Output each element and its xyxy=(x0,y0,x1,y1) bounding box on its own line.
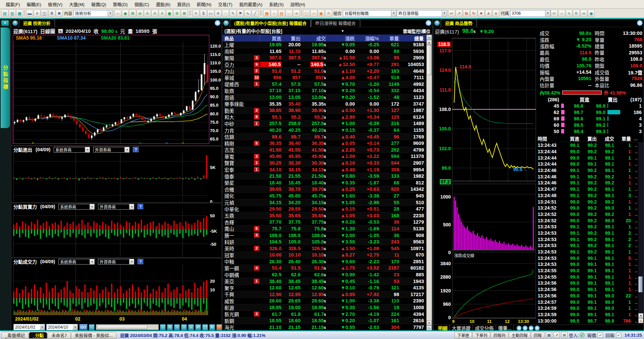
doc-panel-icon[interactable]: ▤ xyxy=(278,10,285,17)
close-content-icon[interactable]: ✖ xyxy=(56,10,63,17)
prev-tab-icon[interactable]: ◀ xyxy=(517,326,522,331)
grid-layout-icon[interactable]: ▦ xyxy=(263,10,270,17)
table-row[interactable]: 勤美2 38.85 38.90 38.90s ▲0.50 +1.30 127 1… xyxy=(222,107,427,114)
zoom-in-icon[interactable]: + xyxy=(188,324,194,330)
collapse-sidebar-button[interactable]: ▼ xyxy=(1,20,9,26)
help-button[interactable]: ? xyxy=(138,204,143,209)
permission-lock-icon[interactable]: ⊠ xyxy=(181,10,188,17)
scroll-left-icon[interactable]: ‹ xyxy=(89,324,95,330)
table-row[interactable]: 新鋼 18.55 18.60 18.55s ▼0.20 -1.07 161 26… xyxy=(222,318,427,324)
table-row[interactable]: 和大8 55.1 55.2 55.2s ▲2.80 +5.34 120 6124 xyxy=(222,114,427,121)
toolbar-overflow-2[interactable]: »▾ xyxy=(259,10,263,17)
scroll-down-icon[interactable]: ▼ xyxy=(427,321,432,326)
price-tool-icon[interactable]: $ xyxy=(200,10,207,17)
table-row[interactable]: 冠軍 10.00 10.10 10.10s ▲0.27 +2.75 11 670 xyxy=(222,252,427,259)
time-sales-row[interactable]: 13:24:53 99.1 99.2 99.1 1 .. xyxy=(537,224,639,230)
cursor-tool-icon[interactable]: ↖ xyxy=(193,10,200,17)
chevron-down-icon[interactable]: ▼ xyxy=(341,29,344,33)
code-enter-icon[interactable]: ↵ xyxy=(551,10,558,17)
time-sales-row[interactable]: 13:24:53 99.1 99.2 99.1 2 .. xyxy=(537,242,639,249)
table-row[interactable]: 美時2 326.0 326.5 326.5s ▲3.50 +1.08 545 1… xyxy=(222,245,427,252)
broker-combo[interactable]: 系統券商▼ xyxy=(58,204,95,210)
table-row[interactable]: 華城10 856 857 857s ▲4.00 +0.47 518 7111 xyxy=(222,74,427,81)
panel-menu-icon[interactable]: ▼ xyxy=(12,20,18,26)
three-columns-icon[interactable]: Ⅲ xyxy=(48,10,55,17)
table-row[interactable]: 聚亨 12.60 12.65 12.60s ▼0.10 -0.79 121 41… xyxy=(222,285,427,291)
two-columns-icon[interactable]: ◫ xyxy=(41,10,48,17)
order-panel-button[interactable]: 回報列 xyxy=(491,332,508,338)
eraser-icon[interactable]: ◌ xyxy=(222,10,229,17)
chevron-down-icon[interactable]: ∨ xyxy=(492,10,499,17)
toolbar-overflow[interactable]: »▾ xyxy=(188,10,192,17)
table-row[interactable]: 力山2 51.0 51.2 51.0s ▲1.10 +2.20 183 4648 xyxy=(222,68,427,74)
fullscreen-icon[interactable]: ▢ xyxy=(202,324,208,330)
time-tool-icon[interactable]: ◔ xyxy=(174,324,180,330)
time-sales-row[interactable]: 13:24:59 99.0 99.1 99.0 1 .. xyxy=(537,305,639,312)
layout-icon[interactable]: ▣ xyxy=(166,10,173,17)
split-rows-icon[interactable]: ≡ xyxy=(34,10,41,17)
scrollbar-thumb[interactable] xyxy=(638,276,643,292)
time-sales-row[interactable]: 13:24:46 99.1 99.2 99.1 1 .. xyxy=(537,167,639,174)
swap-icon[interactable]: ⇄ xyxy=(137,10,144,17)
time-sales-row[interactable]: 13:24:53 99.1 99.2 99.1 1 .. xyxy=(537,249,639,255)
table-row[interactable]: 耿鼎 37.10 37.15 37.10s ▼0.20 -0.54 332 44… xyxy=(222,88,427,94)
table-vscrollbar[interactable]: ⇆ ▲ ▼ ↻ xyxy=(426,35,432,331)
table-header[interactable]: 商品 買進 賣出 成交 漲跌 漲幅% 單量 總量 xyxy=(222,35,427,42)
tab-intraday[interactable]: 迎廣 商品盤勢 xyxy=(441,19,477,27)
refresh-icon[interactable]: ↻ xyxy=(427,326,432,331)
table-row[interactable]: 海光 21.10 21.15 21.15s ▼0.55 -2.53 304 77… xyxy=(222,324,427,331)
font-reset-icon[interactable]: A xyxy=(159,10,166,17)
order-panel-button[interactable]: 主動回報 xyxy=(509,332,530,338)
depth-row[interactable]: 60 98.5 99.2 3 xyxy=(540,122,644,128)
table-row[interactable]: 國化 45.75 45.80 45.75s ▼1.60 -3.38 27 945 xyxy=(222,193,427,200)
table-row[interactable]: 中華化 29.50 29.55 29.50s ▲0.15 +0.51 28 47… xyxy=(222,206,427,213)
table-row[interactable]: 上曜 19.95 20.00 19.95s ▼0.05 -0.25 621 91… xyxy=(222,42,427,48)
save-icon[interactable]: ▣ xyxy=(318,10,325,17)
time-sales-row[interactable]: 13:24:44 99.0 99.1 99.1 1 .. xyxy=(537,161,639,167)
panel-menu-icon[interactable]: ▼ xyxy=(223,20,229,26)
help-button[interactable]: ? xyxy=(138,259,143,264)
chevron-down-icon[interactable]: ▼ xyxy=(391,10,396,16)
alert-bell-icon[interactable]: ! xyxy=(216,324,222,330)
lock-icon[interactable]: ⊠ xyxy=(129,10,136,17)
menu-item[interactable]: 系統(S) xyxy=(266,0,286,8)
status-check-icon[interactable]: ✔ xyxy=(580,333,585,338)
table-row[interactable]: 第一鋼4 51.4 51.5 51.5s ▲1.75 +3.52 2187 60… xyxy=(222,265,427,272)
column-scroll-icon[interactable]: ⇆ xyxy=(427,35,432,40)
content-combo[interactable]: 技術分析▼ xyxy=(73,10,113,17)
crosshair-move-icon[interactable]: ✛ xyxy=(215,10,222,17)
time-sales-row[interactable]: 13:30:00 98.5 98.7 98.8 766 .. xyxy=(537,318,639,324)
status-check-icon[interactable]: ✔ xyxy=(598,333,603,338)
forward-arrow-icon[interactable]: ➜ xyxy=(293,10,300,17)
quote-group-combo-2[interactable]: 昨日漲停股▼ xyxy=(397,10,447,17)
time-sales-row[interactable]: 13:24:44 99.0 99.2 99.2 1 .. xyxy=(537,149,639,155)
search-icon[interactable]: ⌕ xyxy=(558,10,565,17)
snapshot-icon[interactable]: ◉ xyxy=(122,10,129,17)
order-panel-button[interactable]: 下單列 xyxy=(473,332,490,338)
menu-item[interactable]: 資訊(I) xyxy=(174,0,193,8)
note-tool-icon[interactable]: ✎ xyxy=(229,10,236,17)
menu-item[interactable]: 策略(D) xyxy=(110,0,131,8)
time-sales-row[interactable]: 13:24:55 99.0 99.1 99.1 1 .. xyxy=(537,268,639,274)
time-sales-row[interactable]: 13:24:52 99.0 99.2 99.2 1 .. xyxy=(537,211,639,218)
table-row[interactable]: 美亞1 38.40 38.45 38.45s ▼0.45 -1.16 53 19… xyxy=(222,278,427,285)
panel-menu-icon[interactable]: ▼ xyxy=(434,20,440,26)
scrollbar-thumb[interactable] xyxy=(427,45,432,75)
menu-item[interactable]: 檢視(V) xyxy=(45,0,65,8)
foreign-broker-combo[interactable]: 外資券商▼ xyxy=(98,204,134,210)
table-row[interactable]: 聚陽3 387.0 387.5 387.5s ▲11.50 +3.06 95 2… xyxy=(222,55,427,61)
zoom-in-icon[interactable]: + xyxy=(215,20,220,26)
menu-item[interactable]: 個股(C) xyxy=(131,0,152,8)
sidebar-tab-branch-indicator[interactable]: 分點指標 xyxy=(1,27,10,128)
table-row[interactable]: 宏泰1 34.10 34.15 34.15s ▲0.40 +1.19 359 9… xyxy=(222,166,427,173)
fit-width-icon[interactable]: ⇔ xyxy=(114,10,121,17)
export-icon[interactable]: ⇓ xyxy=(638,318,643,323)
order-grid-icon[interactable]: ▦ xyxy=(546,332,552,338)
depth-row[interactable]: 50 98.4 99.3 3 xyxy=(540,128,644,134)
font-decrease-icon[interactable]: A xyxy=(151,10,158,17)
paste-icon[interactable]: ▥ xyxy=(9,10,16,17)
broker-combo[interactable]: 系統券商▼ xyxy=(58,259,95,265)
time-sales-row[interactable]: 13:24:43 99.1 99.2 99.1 1 .. xyxy=(537,142,639,149)
popout-icon[interactable]: ↗ xyxy=(553,332,560,338)
table-row[interactable]: 中釉 26.30 26.40 26.30s ▼0.60 -2.23 170 28… xyxy=(222,259,427,265)
